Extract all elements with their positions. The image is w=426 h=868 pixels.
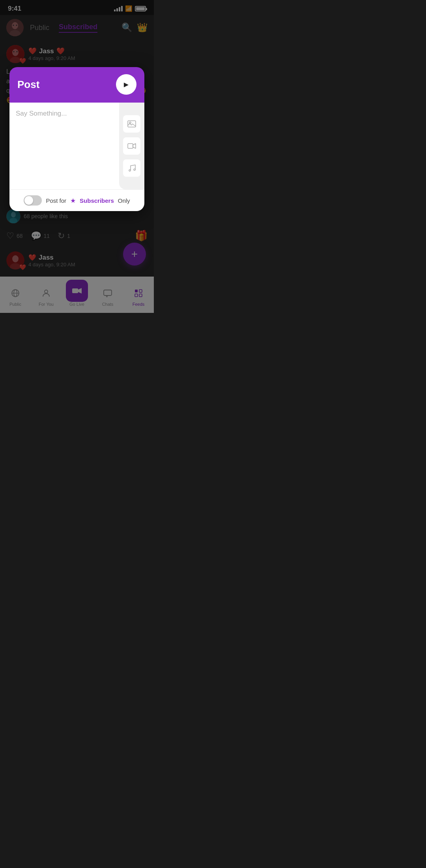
post-for-label: Post for bbox=[46, 197, 66, 204]
side-actions bbox=[119, 103, 144, 189]
video-attach-button[interactable] bbox=[123, 137, 140, 155]
music-attach-button[interactable] bbox=[123, 159, 140, 177]
svg-rect-12 bbox=[128, 144, 133, 148]
send-button[interactable]: ► bbox=[116, 74, 136, 95]
subscribers-toggle[interactable] bbox=[24, 195, 42, 206]
subscribers-label[interactable]: Subscribers bbox=[80, 197, 114, 204]
modal-body: Say Something... bbox=[9, 103, 144, 189]
modal-title: Post bbox=[17, 79, 39, 91]
svg-point-13 bbox=[129, 170, 131, 171]
svg-point-14 bbox=[134, 169, 135, 170]
star-icon: ★ bbox=[70, 197, 76, 204]
post-modal: Post ► Say Something... bbox=[9, 67, 144, 211]
post-placeholder: Say Something... bbox=[16, 110, 67, 118]
post-input-area[interactable]: Say Something... bbox=[9, 103, 119, 189]
modal-footer: Post for ★ Subscribers Only bbox=[9, 189, 144, 211]
modal-header: Post ► bbox=[9, 67, 144, 103]
only-label: Only bbox=[118, 197, 130, 204]
image-attach-button[interactable] bbox=[123, 115, 140, 133]
